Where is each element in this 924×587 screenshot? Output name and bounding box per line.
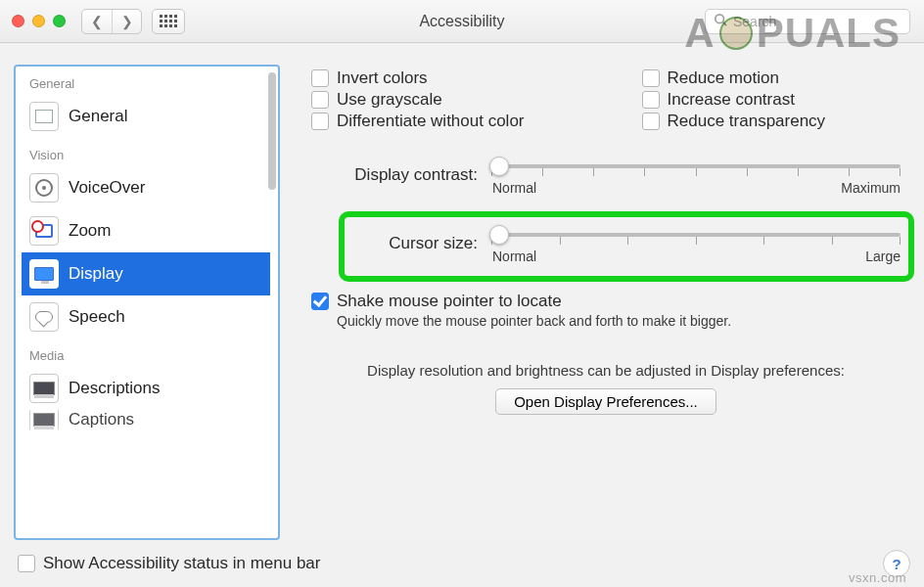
- checkbox-shake-mouse[interactable]: Shake mouse pointer to locate: [311, 292, 901, 311]
- speech-icon: [35, 311, 53, 323]
- help-button[interactable]: ?: [883, 550, 910, 577]
- checkbox-icon: [642, 69, 660, 87]
- sidebar-scrollbar[interactable]: [268, 72, 276, 190]
- svg-line-1: [723, 23, 727, 26]
- sidebar: General General Vision VoiceOver Zoom Di…: [14, 65, 280, 540]
- checkbox-increase-contrast[interactable]: Increase contrast: [642, 90, 826, 110]
- checkbox-use-grayscale[interactable]: Use grayscale: [311, 90, 525, 110]
- sidebar-group-vision: Vision: [22, 138, 270, 166]
- sidebar-item-label: Zoom: [69, 221, 111, 241]
- search-input[interactable]: Search: [705, 9, 910, 34]
- checkbox-label: Differentiate without color: [337, 112, 525, 131]
- titlebar: ❮ ❯ Accessibility Search: [0, 0, 924, 43]
- cursor-size-label: Cursor size:: [311, 234, 478, 253]
- sidebar-group-general: General: [22, 67, 270, 95]
- open-display-preferences-button[interactable]: Open Display Preferences...: [495, 388, 716, 415]
- sidebar-item-label: Speech: [69, 307, 125, 327]
- forward-button[interactable]: ❯: [112, 10, 141, 33]
- checkbox-reduce-transparency[interactable]: Reduce transparency: [642, 112, 826, 131]
- checkbox-label: Reduce motion: [668, 68, 779, 88]
- window-close-button[interactable]: [12, 15, 24, 27]
- slider-min-label: Normal: [492, 180, 536, 196]
- window-minimize-button[interactable]: [32, 15, 45, 27]
- display-resolution-note: Display resolution and brightness can be…: [301, 362, 910, 379]
- checkbox-show-accessibility-status[interactable]: Show Accessibility status in menu bar: [18, 554, 320, 573]
- window-title: Accessibility: [419, 13, 504, 30]
- checkbox-label: Shake mouse pointer to locate: [337, 292, 562, 311]
- sidebar-item-display[interactable]: Display: [22, 252, 270, 295]
- search-placeholder: Search: [733, 14, 776, 29]
- slider-min-label: Normal: [492, 248, 536, 264]
- checkbox-icon: [311, 69, 329, 87]
- nav-segment: ❮ ❯: [81, 9, 142, 34]
- checkbox-icon: [18, 555, 35, 572]
- checkbox-icon: [642, 113, 660, 130]
- cursor-size-slider[interactable]: [491, 223, 901, 247]
- settings-panel: Invert colors Use grayscale Differentiat…: [301, 65, 910, 540]
- sidebar-item-captions[interactable]: Captions: [22, 410, 270, 429]
- svg-point-0: [716, 15, 724, 23]
- sidebar-item-label: VoiceOver: [69, 178, 145, 198]
- checkbox-label: Use grayscale: [337, 90, 442, 110]
- window-zoom-button[interactable]: [53, 15, 66, 27]
- checkbox-label: Invert colors: [337, 68, 428, 88]
- sidebar-item-speech[interactable]: Speech: [22, 295, 270, 339]
- slider-max-label: Large: [865, 248, 901, 264]
- display-contrast-slider[interactable]: [491, 155, 901, 178]
- sidebar-item-general[interactable]: General: [22, 95, 270, 138]
- show-all-button[interactable]: [152, 9, 185, 34]
- voiceover-icon: [35, 179, 53, 197]
- sidebar-item-zoom[interactable]: Zoom: [22, 209, 270, 252]
- checkbox-icon: [311, 91, 329, 109]
- checkbox-label: Show Accessibility status in menu bar: [43, 554, 320, 573]
- general-icon: [35, 110, 53, 123]
- sidebar-group-media: Media: [22, 339, 270, 367]
- back-button[interactable]: ❮: [82, 10, 112, 33]
- sidebar-item-descriptions[interactable]: Descriptions: [22, 367, 270, 410]
- checkbox-label: Increase contrast: [668, 90, 795, 110]
- sidebar-item-label: Descriptions: [69, 379, 161, 398]
- checkbox-label: Reduce transparency: [668, 112, 826, 131]
- grid-icon: [160, 15, 177, 27]
- checkbox-reduce-motion[interactable]: Reduce motion: [642, 68, 826, 88]
- zoom-icon: [35, 224, 53, 238]
- descriptions-icon: [33, 382, 55, 395]
- display-contrast-label: Display contrast:: [311, 165, 478, 185]
- slider-max-label: Maximum: [841, 180, 901, 196]
- sidebar-item-label: General: [69, 107, 127, 126]
- display-icon: [34, 267, 54, 281]
- search-icon: [714, 13, 727, 29]
- sidebar-item-label: Captions: [69, 410, 134, 429]
- sidebar-item-voiceover[interactable]: VoiceOver: [22, 166, 270, 209]
- captions-icon: [33, 413, 55, 427]
- shake-mouse-description: Quickly move the mouse pointer back and …: [337, 313, 901, 329]
- checkbox-invert-colors[interactable]: Invert colors: [311, 68, 525, 88]
- checkbox-differentiate-without-color[interactable]: Differentiate without color: [311, 112, 525, 131]
- sidebar-item-label: Display: [69, 264, 123, 284]
- checkbox-icon: [311, 293, 329, 310]
- checkbox-icon: [311, 113, 329, 130]
- checkbox-icon: [642, 91, 660, 109]
